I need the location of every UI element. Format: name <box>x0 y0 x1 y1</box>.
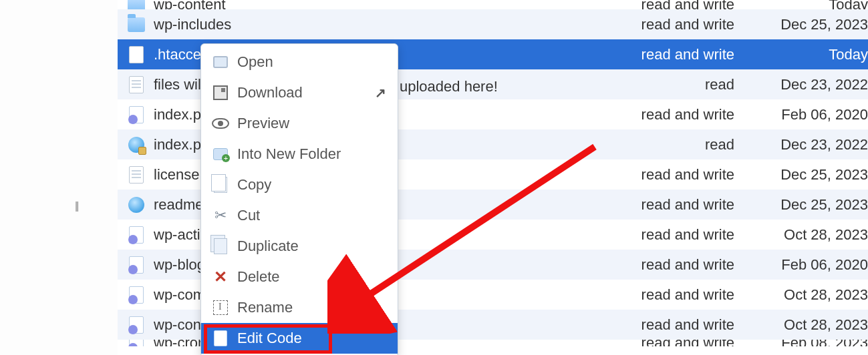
file-permission: read <box>601 136 748 153</box>
file-permission: read and write <box>601 166 748 184</box>
file-date: Dec 25, 2023 <box>748 16 868 33</box>
menu-item-label: Duplicate <box>237 238 388 255</box>
file-icon <box>129 46 144 63</box>
document-icon <box>129 166 144 184</box>
php-file-icon <box>129 256 144 274</box>
edit-code-icon <box>214 330 227 346</box>
file-date: Oct 28, 2023 <box>748 286 868 304</box>
globe-icon <box>128 197 144 213</box>
php-file-icon <box>129 106 144 123</box>
menu-duplicate[interactable]: Duplicate <box>201 231 398 262</box>
file-date: Today <box>748 0 868 9</box>
menu-item-label: Cut <box>237 207 388 224</box>
file-permission: read and write <box>601 46 748 63</box>
menu-open[interactable]: Open <box>201 47 398 77</box>
file-permission: read <box>601 76 748 93</box>
file-name: wp-includes <box>150 16 601 33</box>
globe-locked-icon <box>128 137 144 153</box>
file-date: Oct 28, 2023 <box>748 226 868 244</box>
file-date: Feb 06, 2020 <box>748 106 868 123</box>
copy-icon <box>214 177 227 193</box>
left-gutter: || <box>0 0 118 355</box>
duplicate-icon <box>214 238 227 254</box>
php-file-icon <box>129 226 144 244</box>
save-icon <box>213 85 228 100</box>
file-permission: read and write <box>601 316 748 334</box>
new-folder-icon <box>213 148 228 160</box>
table-row[interactable]: wp-includes read and write Dec 25, 2023 <box>118 9 868 39</box>
file-permission: read and write <box>601 226 748 244</box>
menu-rename[interactable]: Rename <box>201 292 398 323</box>
file-date: Dec 25, 2023 <box>748 196 868 214</box>
file-date: Today <box>748 46 868 63</box>
document-icon <box>129 76 144 93</box>
open-icon <box>213 56 228 68</box>
file-permission: read and write <box>601 340 748 346</box>
file-permission: read and write <box>601 256 748 274</box>
menu-item-label: Download <box>237 84 375 101</box>
file-date: Feb 08, 2023 <box>748 340 868 346</box>
menu-into-new-folder[interactable]: Into New Folder <box>201 139 398 169</box>
file-name: wp-content <box>150 0 601 9</box>
menu-download[interactable]: Download ↗ <box>201 77 398 108</box>
menu-copy[interactable]: Copy <box>201 169 398 200</box>
file-permission: read and write <box>601 0 748 9</box>
menu-item-label: Preview <box>237 115 388 132</box>
menu-item-label: Open <box>237 53 388 71</box>
file-permission: read and write <box>601 106 748 123</box>
file-permission: read and write <box>601 16 748 33</box>
menu-item-label: Copy <box>237 176 388 194</box>
file-permission: read and write <box>601 196 748 214</box>
folder-icon <box>128 0 145 9</box>
menu-item-label: Into New Folder <box>237 145 388 163</box>
menu-edit-code[interactable]: Edit Code <box>201 323 398 354</box>
scissors-icon: ✂ <box>214 207 227 224</box>
context-menu: Open Download ↗ Preview Into New Folder … <box>200 43 398 355</box>
file-date: Dec 25, 2023 <box>748 166 868 184</box>
php-file-icon <box>129 286 144 304</box>
file-date: Dec 23, 2022 <box>748 76 868 93</box>
menu-item-label: Rename <box>237 299 388 316</box>
file-date: Dec 23, 2022 <box>748 136 868 153</box>
php-file-icon <box>129 340 144 346</box>
folder-icon <box>128 17 145 32</box>
external-arrow-icon: ↗ <box>375 85 388 101</box>
menu-delete[interactable]: ✕ Delete <box>201 262 398 292</box>
php-file-icon <box>129 316 144 334</box>
file-date: Feb 06, 2020 <box>748 256 868 274</box>
resize-handle-icon[interactable]: || <box>75 200 78 212</box>
file-permission: read and write <box>601 286 748 304</box>
table-row[interactable]: wp-content read and write Today <box>118 0 868 9</box>
menu-item-label: Edit Code <box>237 330 388 347</box>
eye-icon <box>212 118 229 129</box>
overflow-text: uploaded here! <box>400 78 498 95</box>
menu-item-label: Delete <box>237 268 388 286</box>
menu-cut[interactable]: ✂ Cut <box>201 200 398 231</box>
menu-preview[interactable]: Preview <box>201 108 398 139</box>
file-date: Oct 28, 2023 <box>748 316 868 334</box>
delete-icon: ✕ <box>214 268 227 286</box>
rename-icon <box>213 300 228 315</box>
